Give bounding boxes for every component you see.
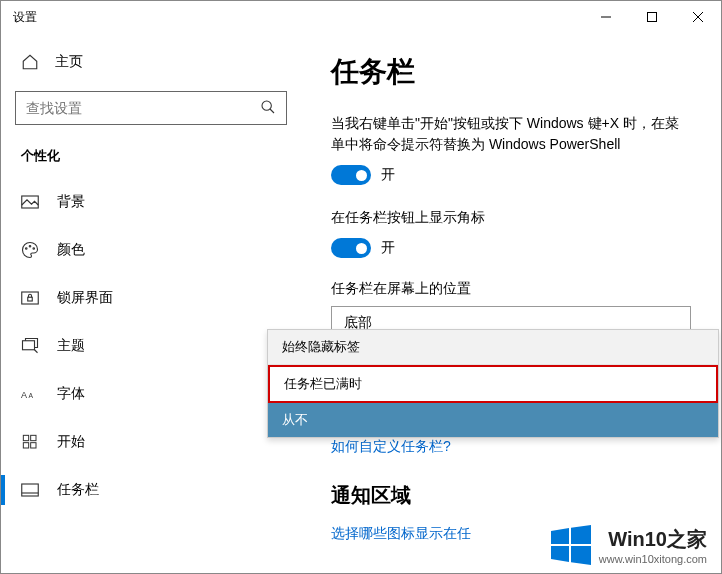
nav-label: 开始 (57, 433, 85, 451)
notification-heading: 通知区域 (331, 482, 691, 509)
svg-point-8 (29, 246, 31, 248)
search-icon (260, 99, 276, 118)
svg-rect-16 (31, 435, 36, 440)
svg-rect-17 (23, 443, 28, 448)
close-button[interactable] (675, 1, 721, 33)
nav-label: 锁屏界面 (57, 289, 113, 307)
nav-label: 字体 (57, 385, 85, 403)
toggle-label: 开 (381, 239, 395, 257)
page-title: 任务栏 (331, 53, 691, 91)
nav-item-taskbar[interactable]: 任务栏 (15, 469, 301, 511)
svg-point-9 (33, 248, 35, 250)
nav-label: 任务栏 (57, 481, 99, 499)
svg-rect-11 (28, 297, 33, 301)
nav-item-fonts[interactable]: AA 字体 (15, 373, 301, 415)
watermark-url: www.win10xitong.com (599, 553, 707, 565)
nav-item-colors[interactable]: 颜色 (15, 229, 301, 271)
watermark-text: Win10之家 www.win10xitong.com (599, 526, 707, 565)
main-pane: 任务栏 当我右键单击"开始"按钮或按下 Windows 键+X 时，在菜单中将命… (301, 33, 721, 573)
palette-icon (21, 241, 39, 259)
svg-marker-24 (571, 546, 591, 565)
home-icon (21, 53, 39, 71)
sidebar: 主页 个性化 背景 颜色 锁屏界面 (1, 33, 301, 573)
watermark-title: Win10之家 (608, 526, 707, 553)
content: 主页 个性化 背景 颜色 锁屏界面 (1, 33, 721, 573)
taskbar-icon (21, 483, 39, 497)
badges-toggle[interactable] (331, 238, 371, 258)
watermark: Win10之家 www.win10xitong.com (549, 523, 707, 567)
toggle-label: 开 (381, 166, 395, 184)
combine-buttons-dropdown: 始终隐藏标签 任务栏已满时 从不 (267, 329, 719, 438)
theme-icon (21, 337, 39, 355)
svg-rect-12 (23, 341, 35, 350)
category-heading: 个性化 (15, 141, 301, 175)
minimize-button[interactable] (583, 1, 629, 33)
nav-item-background[interactable]: 背景 (15, 181, 301, 223)
svg-rect-19 (22, 484, 39, 496)
start-icon (21, 434, 39, 450)
svg-marker-23 (551, 546, 569, 562)
powershell-description: 当我右键单击"开始"按钮或按下 Windows 键+X 时，在菜单中将命令提示符… (331, 113, 691, 155)
svg-text:A: A (29, 392, 34, 399)
window-title: 设置 (13, 9, 583, 26)
svg-point-7 (26, 248, 28, 250)
nav-label: 背景 (57, 193, 85, 211)
badges-label: 在任务栏按钮上显示角标 (331, 207, 691, 228)
font-icon: AA (21, 387, 39, 401)
svg-point-4 (262, 101, 271, 110)
dropdown-item[interactable]: 始终隐藏标签 (268, 330, 718, 365)
svg-rect-1 (648, 13, 657, 22)
nav-label: 颜色 (57, 241, 85, 259)
search-box[interactable] (15, 91, 287, 125)
badges-toggle-row: 开 (331, 238, 691, 258)
nav-item-themes[interactable]: 主题 (15, 325, 301, 367)
windows-logo-icon (549, 523, 593, 567)
svg-marker-21 (551, 528, 569, 544)
nav-label: 主题 (57, 337, 85, 355)
nav-item-lockscreen[interactable]: 锁屏界面 (15, 277, 301, 319)
svg-rect-18 (31, 443, 36, 448)
picture-icon (21, 195, 39, 209)
search-input[interactable] (26, 100, 260, 116)
home-link[interactable]: 主页 (15, 43, 301, 81)
window-controls (583, 1, 721, 33)
nav-item-start[interactable]: 开始 (15, 421, 301, 463)
titlebar: 设置 (1, 1, 721, 33)
svg-line-5 (270, 109, 274, 113)
lock-screen-icon (21, 291, 39, 305)
position-label: 任务栏在屏幕上的位置 (331, 280, 691, 298)
maximize-button[interactable] (629, 1, 675, 33)
customize-link[interactable]: 如何自定义任务栏? (331, 438, 691, 456)
powershell-toggle-row: 开 (331, 165, 691, 185)
svg-rect-15 (23, 435, 28, 440)
powershell-toggle[interactable] (331, 165, 371, 185)
svg-marker-22 (571, 525, 591, 544)
dropdown-item[interactable]: 从不 (268, 403, 718, 437)
dropdown-item[interactable]: 任务栏已满时 (268, 365, 718, 403)
svg-text:A: A (21, 390, 27, 400)
home-label: 主页 (55, 53, 83, 71)
